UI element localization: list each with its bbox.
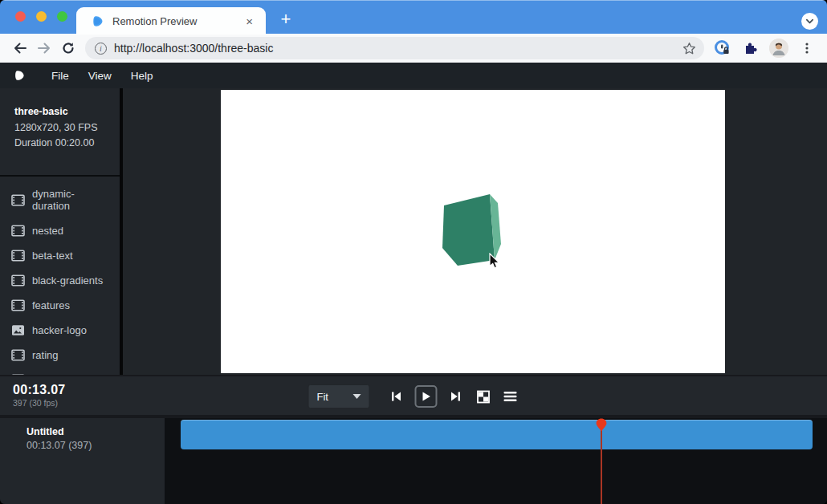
transport-controls: Fit <box>308 376 519 417</box>
bookmark-star-icon[interactable] <box>682 42 696 55</box>
browser-titlebar: Remotion Preview × + <box>0 0 827 34</box>
composition-item-black-gradients[interactable]: black-gradients <box>0 268 120 293</box>
film-icon <box>11 349 25 361</box>
playback-controlbar: 00:13.07 397 (30 fps) Fit <box>0 375 827 415</box>
mouse-cursor-icon <box>489 253 502 270</box>
zoom-fit-value: Fit <box>317 391 328 403</box>
composition-item-features[interactable]: features <box>0 293 120 318</box>
composition-item-beta-text[interactable]: beta-text <box>0 243 120 268</box>
extension-icons <box>711 38 819 59</box>
profile-avatar[interactable] <box>768 38 789 59</box>
extensions-puzzle-icon[interactable] <box>740 38 761 59</box>
current-composition-info: three-basic 1280x720, 30 FPS Duration 00… <box>0 98 120 164</box>
composition-resolution: 1280x720, 30 FPS <box>14 122 107 133</box>
url-text[interactable]: http://localhost:3000/three-basic <box>114 42 682 55</box>
composition-label: black-gradients <box>32 274 103 287</box>
reload-button[interactable] <box>56 36 80 60</box>
preview-area <box>123 88 827 375</box>
tab-title: Remotion Preview <box>112 15 242 27</box>
forward-arrow-icon <box>37 41 51 55</box>
composition-item-nested[interactable]: nested <box>0 218 120 243</box>
browser-window: Remotion Preview × + i <box>0 0 827 504</box>
menu-file[interactable]: File <box>42 63 79 88</box>
composition-label: dynamic-duration <box>32 188 112 212</box>
film-icon <box>11 299 25 311</box>
video-canvas[interactable] <box>221 90 725 373</box>
timeline-track-bar[interactable] <box>181 420 813 449</box>
site-info-icon[interactable]: i <box>95 43 107 55</box>
rotating-cube-graphic <box>221 90 725 373</box>
composition-label: rating <box>32 349 59 361</box>
composition-item-dynamic-duration[interactable]: dynamic-duration <box>0 181 120 218</box>
new-tab-button[interactable]: + <box>275 9 296 30</box>
tab-close-icon[interactable]: × <box>242 14 256 28</box>
jump-to-start-button[interactable] <box>388 388 405 405</box>
zoom-fit-select[interactable]: Fit <box>308 384 370 408</box>
compositions-sidebar: three-basic 1280x720, 30 FPS Duration 00… <box>0 88 123 375</box>
address-bar[interactable]: i http://localhost:3000/three-basic <box>85 37 704 59</box>
timeline-panel: Untitled 00:13.07 (397) <box>0 415 827 504</box>
composition-item-rating[interactable]: rating <box>0 343 120 368</box>
transparency-checkerboard-button[interactable] <box>475 388 492 405</box>
composition-label: nested <box>32 225 63 237</box>
jump-to-end-button[interactable] <box>447 388 465 405</box>
film-icon <box>11 274 25 287</box>
composition-name: three-basic <box>14 106 107 117</box>
browser-toolbar: i http://localhost:3000/three-basic <box>0 34 827 63</box>
composition-item-hacker-logo[interactable]: hacker-logo <box>0 318 120 343</box>
minimize-window-button[interactable] <box>36 11 47 22</box>
playhead-line[interactable] <box>601 423 602 504</box>
composition-duration: Duration 00:20.00 <box>14 137 107 148</box>
composition-label: features <box>32 299 70 311</box>
track-name: Untitled <box>26 426 165 437</box>
skip-forward-icon <box>450 390 462 403</box>
checkerboard-icon <box>476 390 490 404</box>
play-icon <box>421 391 432 402</box>
composition-label: beta-text <box>32 250 73 262</box>
still-image-icon <box>11 324 25 336</box>
hamburger-menu-icon <box>503 391 518 402</box>
menu-view[interactable]: View <box>79 63 121 88</box>
remotion-logo-icon <box>13 69 26 82</box>
back-button[interactable] <box>8 36 32 60</box>
chevron-down-icon <box>353 394 361 399</box>
password-manager-extension-icon[interactable] <box>712 38 733 59</box>
menu-help[interactable]: Help <box>121 63 163 88</box>
film-icon <box>11 194 25 206</box>
skip-back-icon <box>390 390 403 403</box>
remotion-favicon-icon <box>91 14 104 28</box>
traffic-lights <box>15 11 67 22</box>
composition-list: dynamic-duration nested beta-text black-… <box>0 181 120 392</box>
playhead-marker-icon[interactable] <box>595 418 608 434</box>
play-button[interactable] <box>415 385 438 408</box>
chevron-down-icon <box>805 17 814 26</box>
frame-counter-text: 397 (30 fps) <box>13 398 66 408</box>
film-icon <box>11 225 25 237</box>
composition-label: hacker-logo <box>32 324 87 336</box>
zoom-window-button[interactable] <box>57 11 67 22</box>
tab-overview-button[interactable] <box>801 13 818 30</box>
browser-menu-icon[interactable] <box>796 38 817 59</box>
film-icon <box>11 250 25 262</box>
forward-button[interactable] <box>32 36 56 60</box>
back-arrow-icon <box>13 41 27 55</box>
timeline-toggle-button[interactable] <box>502 388 519 405</box>
reload-icon <box>61 41 75 55</box>
main-area: three-basic 1280x720, 30 FPS Duration 00… <box>0 88 827 375</box>
close-window-button[interactable] <box>15 11 26 22</box>
time-display: 00:13.07 397 (30 fps) <box>13 383 66 408</box>
timeline-track-header: Untitled 00:13.07 (397) <box>0 418 165 504</box>
browser-tab[interactable]: Remotion Preview × <box>76 7 266 35</box>
sidebar-divider <box>0 175 120 177</box>
timecode-text: 00:13.07 <box>13 383 66 397</box>
track-time: 00:13.07 (397) <box>26 440 165 451</box>
app-menubar: File View Help <box>0 63 827 88</box>
